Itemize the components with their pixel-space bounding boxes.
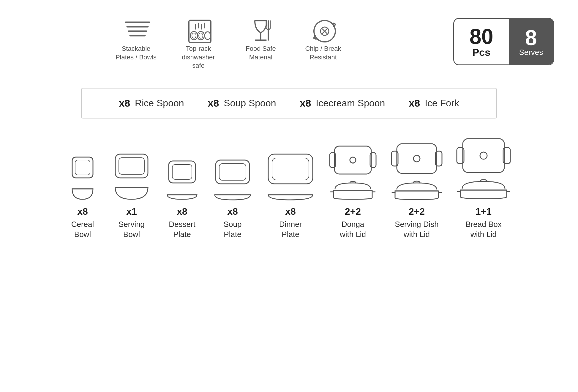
cutlery-item-ice-fork: x8 Ice Fork: [409, 97, 459, 109]
cutlery-item-icecream-spoon: x8 Icecream Spoon: [300, 97, 385, 109]
food-safe-icon: [249, 18, 273, 42]
product-donga-small: 2+2 Dongawith Lid: [329, 144, 377, 240]
product-qty-2: x8: [177, 206, 187, 217]
cutlery-name-0: Rice Spoon: [135, 98, 184, 109]
product-grid: x8 CerealBowl x1 ServingBowl: [24, 136, 554, 240]
cutlery-qty-3: x8: [409, 97, 420, 109]
chip-break-icon: [311, 18, 335, 42]
food-safe-label: Food SafeMaterial: [246, 45, 276, 61]
product-serving-dish: 2+2 Serving Dishwith Lid: [391, 141, 442, 240]
dishwasher-icon: [187, 18, 210, 42]
cutlery-name-3: Ice Fork: [425, 98, 459, 109]
soup-plate-icon-area: [213, 159, 252, 201]
bread-box-icon-area: [457, 136, 510, 201]
svg-rect-51: [397, 144, 437, 173]
cutlery-qty-1: x8: [208, 97, 219, 109]
cutlery-qty-2: x8: [300, 97, 311, 109]
svg-point-59: [480, 152, 487, 159]
svg-rect-31: [119, 158, 144, 174]
product-name-4: DinnerPlate: [279, 219, 302, 240]
cutlery-item-soup-spoon: x8 Soup Spoon: [208, 97, 276, 109]
product-cereal-bowl: x8 CerealBowl: [68, 154, 97, 240]
page: StackablePlates / Bowls: [0, 0, 578, 392]
svg-point-14: [192, 33, 196, 38]
svg-rect-28: [75, 160, 90, 175]
product-qty-5: 2+2: [345, 206, 361, 217]
cutlery-item-rice-spoon: x8 Rice Spoon: [119, 97, 184, 109]
serves-unit: Pcs: [473, 47, 491, 57]
svg-rect-44: [334, 146, 371, 174]
serves-badge: 80 Pcs 8 Serves: [453, 18, 554, 65]
svg-point-52: [413, 155, 420, 162]
product-qty-1: x1: [126, 206, 137, 217]
product-bread-box: 1+1 Bread Boxwith Lid: [457, 136, 510, 240]
dessert-plate-icon-area: [166, 159, 198, 201]
serving-bowl-icon-area: [112, 153, 151, 201]
stackable-label: StackablePlates / Bowls: [116, 45, 157, 61]
svg-rect-34: [172, 165, 192, 179]
product-name-6: Serving Dishwith Lid: [395, 219, 438, 240]
product-qty-3: x8: [227, 206, 238, 217]
dinner-plate-icon-area: [267, 153, 314, 201]
svg-rect-40: [272, 158, 309, 180]
feature-chip-break: Chip / BreakResistant: [301, 18, 345, 61]
dishwasher-label: Top-rackdishwasher safe: [176, 45, 221, 70]
product-name-5: Dongawith Lid: [340, 219, 366, 240]
cutlery-row: x8 Rice Spoon x8 Soup Spoon x8 Icecream …: [81, 88, 497, 118]
cereal-bowl-icon-area: [68, 154, 97, 201]
cutlery-name-1: Soup Spoon: [224, 98, 276, 109]
product-name-2: DessertPlate: [169, 219, 195, 240]
donga-small-icon-area: [329, 144, 377, 201]
product-qty-6: 2+2: [409, 206, 425, 217]
product-serving-bowl: x1 ServingBowl: [112, 153, 151, 240]
product-name-7: Bread Boxwith Lid: [465, 219, 501, 240]
svg-rect-37: [219, 164, 246, 180]
product-dinner-plate: x8 DinnerPlate: [267, 153, 314, 240]
svg-point-16: [199, 33, 203, 38]
stackable-icon: [124, 18, 148, 42]
svg-point-45: [350, 157, 356, 163]
feature-food-safe: Food SafeMaterial: [239, 18, 283, 61]
product-qty-4: x8: [285, 206, 296, 217]
product-soup-plate: x8 SoupPlate: [213, 159, 252, 240]
product-qty-0: x8: [77, 206, 88, 217]
svg-point-17: [205, 32, 211, 39]
feature-dishwasher: Top-rackdishwasher safe: [176, 18, 221, 70]
cutlery-qty-0: x8: [119, 97, 130, 109]
cutlery-name-2: Icecream Spoon: [316, 98, 385, 109]
serves-count: 8: [525, 27, 537, 48]
serves-left: 80 Pcs: [454, 19, 509, 64]
product-name-1: ServingBowl: [119, 219, 145, 240]
features-left: StackablePlates / Bowls: [24, 18, 435, 70]
product-qty-7: 1+1: [476, 206, 492, 217]
product-name-3: SoupPlate: [224, 219, 242, 240]
features-row: StackablePlates / Bowls: [24, 18, 554, 70]
serving-dish-icon-area: [391, 141, 442, 201]
feature-stackable: StackablePlates / Bowls: [114, 18, 158, 61]
serves-right: 8 Serves: [509, 19, 553, 64]
chip-break-label: Chip / BreakResistant: [305, 45, 341, 61]
svg-rect-58: [463, 139, 504, 173]
product-name-0: CerealBowl: [71, 219, 94, 240]
product-dessert-plate: x8 DessertPlate: [166, 159, 198, 240]
svg-rect-39: [268, 154, 313, 184]
serves-label: Serves: [519, 48, 543, 56]
serves-quantity: 80: [470, 26, 493, 47]
